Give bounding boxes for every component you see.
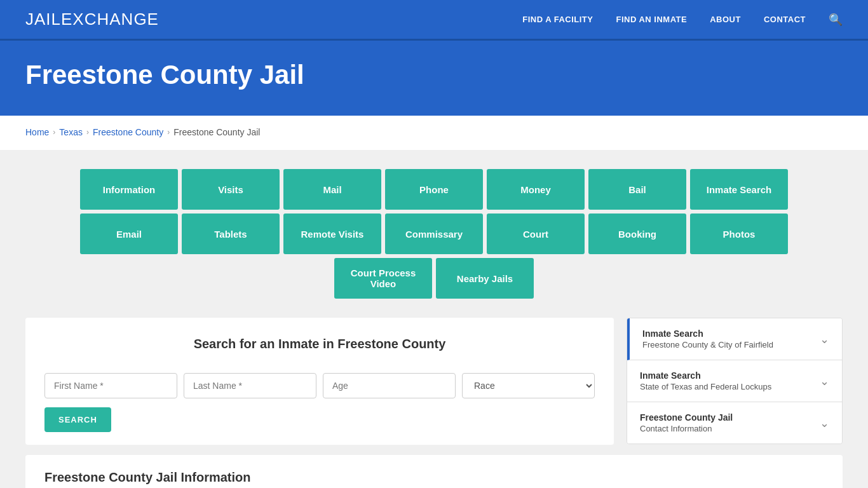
search-fields: Race White Black Hispanic Asian Other — [44, 373, 595, 398]
breadcrumb-current: Freestone County Jail — [173, 127, 260, 137]
nav-about[interactable]: ABOUT — [710, 15, 741, 24]
sidebar-item-3-text: Freestone County Jail Contact Informatio… — [640, 412, 733, 433]
info-section: Freestone County Jail Information — [25, 455, 843, 488]
logo[interactable]: JAILEXCHANGE — [25, 10, 159, 29]
tile-photos[interactable]: Photos — [690, 214, 788, 254]
sidebar: Inmate Search Freestone County & City of… — [627, 318, 843, 444]
breadcrumb-home[interactable]: Home — [25, 127, 49, 137]
logo-jail: JAIL — [25, 10, 61, 29]
inmate-search-form: Search for an Inmate in Freestone County… — [44, 337, 595, 432]
tile-court-process-video[interactable]: Court Process Video — [334, 258, 432, 299]
info-title: Freestone County Jail Information — [44, 470, 824, 485]
sidebar-item-1-text: Inmate Search Freestone County & City of… — [642, 329, 773, 349]
chevron-down-icon-2: ⌄ — [820, 374, 829, 388]
tile-nearby-jails[interactable]: Nearby Jails — [436, 258, 534, 299]
below-breadcrumb: Information Visits Mail Phone Money Bail… — [0, 150, 868, 488]
main-layout: Search for an Inmate in Freestone County… — [25, 318, 843, 445]
race-select[interactable]: Race White Black Hispanic Asian Other — [462, 373, 595, 398]
tile-money[interactable]: Money — [487, 169, 585, 210]
tile-visits[interactable]: Visits — [182, 169, 280, 210]
sidebar-item-1-title: Inmate Search — [642, 329, 773, 339]
tile-inmate-search[interactable]: Inmate Search — [690, 169, 788, 210]
nav-find-facility[interactable]: FIND A FACILITY — [522, 15, 593, 24]
breadcrumb-sep-2: › — [86, 128, 89, 137]
search-button[interactable]: SEARCH — [44, 407, 111, 432]
search-title: Search for an Inmate in Freestone County — [44, 337, 595, 351]
breadcrumb-sep-3: › — [167, 128, 170, 137]
sidebar-item-3[interactable]: Freestone County Jail Contact Informatio… — [627, 402, 842, 444]
tile-remote-visits[interactable]: Remote Visits — [283, 214, 381, 254]
page-title: Freestone County Jail — [25, 60, 843, 90]
tile-email[interactable]: Email — [80, 214, 178, 254]
main-nav: FIND A FACILITY FIND AN INMATE ABOUT CON… — [522, 13, 843, 27]
tile-court[interactable]: Court — [487, 214, 585, 254]
tile-information[interactable]: Information — [80, 169, 178, 210]
tile-mail[interactable]: Mail — [283, 169, 381, 210]
tile-tablets[interactable]: Tablets — [182, 214, 280, 254]
chevron-down-icon-3: ⌄ — [820, 416, 829, 430]
tile-bail[interactable]: Bail — [588, 169, 686, 210]
breadcrumb: Home › Texas › Freestone County › Freest… — [0, 116, 868, 150]
search-icon[interactable]: 🔍 — [829, 13, 843, 27]
sidebar-item-2[interactable]: Inmate Search State of Texas and Federal… — [627, 360, 842, 402]
header: JAILEXCHANGE FIND A FACILITY FIND AN INM… — [0, 0, 868, 41]
sidebar-item-3-sub: Contact Information — [640, 424, 733, 433]
age-input[interactable] — [323, 373, 456, 398]
tile-row-1: Information Visits Mail Phone Money Bail… — [80, 169, 788, 210]
main-panel: Search for an Inmate in Freestone County… — [25, 318, 614, 445]
breadcrumb-county[interactable]: Freestone County — [93, 127, 163, 137]
tile-booking[interactable]: Booking — [588, 214, 686, 254]
tile-row-3: Court Process Video Nearby Jails — [334, 258, 534, 299]
nav-find-inmate[interactable]: FIND AN INMATE — [616, 15, 687, 24]
tile-commissary[interactable]: Commissary — [385, 214, 483, 254]
sidebar-item-2-text: Inmate Search State of Texas and Federal… — [640, 370, 771, 391]
sidebar-item-2-title: Inmate Search — [640, 370, 771, 381]
sidebar-item-1-sub: Freestone County & City of Fairfield — [642, 340, 773, 349]
breadcrumb-sep-1: › — [53, 128, 55, 137]
tile-phone[interactable]: Phone — [385, 169, 483, 210]
sidebar-item-2-sub: State of Texas and Federal Lockups — [640, 382, 771, 391]
logo-exchange: EXCHANGE — [61, 10, 159, 29]
tile-row-2: Email Tablets Remote Visits Commissary C… — [80, 214, 788, 254]
sidebar-item-3-title: Freestone County Jail — [640, 412, 733, 423]
last-name-input[interactable] — [184, 373, 316, 398]
first-name-input[interactable] — [44, 373, 177, 398]
chevron-down-icon-1: ⌄ — [820, 332, 829, 346]
breadcrumb-texas[interactable]: Texas — [59, 127, 83, 137]
nav-contact[interactable]: CONTACT — [764, 15, 806, 24]
tile-grid: Information Visits Mail Phone Money Bail… — [25, 169, 843, 299]
hero-section: Freestone County Jail — [0, 41, 868, 116]
sidebar-item-1[interactable]: Inmate Search Freestone County & City of… — [627, 318, 842, 360]
